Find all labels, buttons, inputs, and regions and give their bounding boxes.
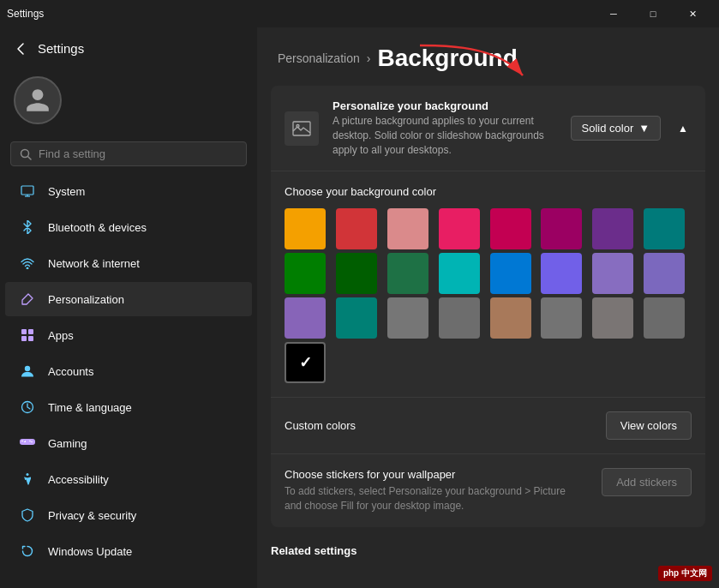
svg-line-1 <box>28 156 32 159</box>
color-swatch[interactable]: ✓ <box>285 342 326 383</box>
dropdown-value: Solid color <box>582 122 634 135</box>
apps-icon <box>19 327 36 344</box>
color-swatch[interactable] <box>490 208 531 249</box>
personalize-info: Personalize your background A picture ba… <box>333 99 557 157</box>
sidebar-item-personalization[interactable]: Personalization <box>5 282 252 316</box>
color-swatch[interactable] <box>592 208 633 249</box>
svg-rect-9 <box>28 336 33 341</box>
color-section: Choose your background color ✓ <box>271 171 705 397</box>
color-swatch[interactable] <box>439 208 480 249</box>
color-swatch[interactable] <box>592 297 633 339</box>
page-title: Background <box>377 45 517 72</box>
clock-icon <box>19 399 36 416</box>
sidebar-item-update-label: Windows Update <box>48 545 132 558</box>
color-swatch[interactable] <box>644 253 685 294</box>
sidebar-header: Settings <box>0 34 257 69</box>
color-swatch[interactable] <box>592 253 633 294</box>
sidebar-item-network[interactable]: Network & internet <box>5 246 252 280</box>
sidebar-item-bluetooth[interactable]: Bluetooth & devices <box>5 210 252 244</box>
search-input[interactable] <box>39 147 237 160</box>
color-swatch[interactable] <box>541 297 582 339</box>
shield-icon <box>19 507 36 524</box>
sidebar-item-system-label: System <box>48 185 85 198</box>
wifi-icon <box>19 255 36 272</box>
svg-point-20 <box>297 124 299 127</box>
color-swatch[interactable] <box>541 253 582 294</box>
sidebar-item-gaming[interactable]: Gaming <box>5 426 252 460</box>
sidebar-item-time-label: Time & language <box>48 401 132 414</box>
color-grid: ✓ <box>285 208 692 383</box>
color-section-title: Choose your background color <box>285 185 692 198</box>
custom-colors-row: Custom colors View colors <box>271 397 705 453</box>
svg-point-5 <box>27 267 28 269</box>
svg-point-15 <box>29 441 31 442</box>
app-body: Settings System <box>0 27 719 588</box>
color-swatch[interactable] <box>644 297 685 339</box>
background-section: Personalize your background A picture ba… <box>271 86 705 527</box>
svg-rect-14 <box>25 441 26 441</box>
related-settings: Related settings <box>271 537 705 564</box>
breadcrumb[interactable]: Personalization <box>278 51 360 65</box>
personalize-desc: A picture background applies to your cur… <box>333 114 557 157</box>
color-swatch[interactable] <box>439 253 480 294</box>
color-swatch[interactable] <box>387 208 428 249</box>
sidebar-item-time[interactable]: Time & language <box>5 390 252 424</box>
chevron-down-icon: ▼ <box>638 122 650 135</box>
add-stickers-button[interactable]: Add stickers <box>602 468 692 496</box>
sidebar-item-bluetooth-label: Bluetooth & devices <box>48 221 147 234</box>
color-swatch[interactable] <box>285 208 326 249</box>
sidebar-item-network-label: Network & internet <box>48 257 140 270</box>
bluetooth-icon <box>19 219 36 236</box>
color-swatch[interactable] <box>387 297 428 339</box>
search-box[interactable] <box>10 141 247 166</box>
sidebar-item-privacy[interactable]: Privacy & security <box>5 498 252 532</box>
settings-title: Settings <box>38 41 84 56</box>
sidebar-item-accounts[interactable]: Accounts <box>5 354 252 388</box>
svg-point-17 <box>27 473 29 476</box>
svg-rect-13 <box>21 441 23 441</box>
accessibility-icon <box>19 471 36 488</box>
close-button[interactable]: ✕ <box>673 0 712 27</box>
background-icon <box>285 111 319 146</box>
title-bar: Settings ─ □ ✕ <box>0 0 719 27</box>
svg-point-16 <box>31 441 33 443</box>
color-swatch[interactable] <box>490 253 531 294</box>
color-swatch[interactable] <box>285 253 326 294</box>
breadcrumb-separator: › <box>367 51 371 65</box>
color-swatch[interactable] <box>439 297 480 339</box>
related-settings-title: Related settings <box>271 537 705 564</box>
svg-rect-12 <box>24 441 26 442</box>
collapse-button[interactable]: ▲ <box>674 119 692 138</box>
sidebar-item-system[interactable]: System <box>5 174 252 208</box>
person-icon <box>19 363 36 380</box>
color-swatch[interactable] <box>336 253 377 294</box>
color-swatch[interactable] <box>285 297 326 339</box>
background-type-dropdown[interactable]: Solid color ▼ <box>571 116 662 141</box>
sidebar: Settings System <box>0 27 257 588</box>
sidebar-item-apps[interactable]: Apps <box>5 318 252 352</box>
sidebar-item-update[interactable]: Windows Update <box>5 534 252 568</box>
refresh-icon <box>19 543 36 560</box>
color-swatch[interactable] <box>336 297 377 339</box>
back-button[interactable] <box>14 42 27 56</box>
view-colors-button[interactable]: View colors <box>606 411 692 440</box>
color-swatch[interactable] <box>387 253 428 294</box>
color-swatch[interactable] <box>644 208 685 249</box>
color-swatch[interactable] <box>336 208 377 249</box>
personalize-label: Personalize your background <box>333 99 557 112</box>
maximize-button[interactable]: □ <box>633 0 673 27</box>
sidebar-item-gaming-label: Gaming <box>48 437 87 450</box>
sidebar-item-accessibility[interactable]: Accessibility <box>5 462 252 496</box>
user-profile <box>0 69 257 141</box>
title-bar-left: Settings <box>7 8 44 20</box>
color-swatch[interactable] <box>490 297 531 339</box>
color-swatch[interactable] <box>541 208 582 249</box>
sidebar-item-accounts-label: Accounts <box>48 365 93 378</box>
svg-point-10 <box>25 366 30 371</box>
sidebar-item-privacy-label: Privacy & security <box>48 509 136 522</box>
sidebar-item-accessibility-label: Accessibility <box>48 473 109 486</box>
title-bar-controls: ─ □ ✕ <box>594 0 712 27</box>
minimize-button[interactable]: ─ <box>594 0 633 27</box>
svg-rect-2 <box>21 186 33 195</box>
svg-rect-6 <box>21 329 27 334</box>
